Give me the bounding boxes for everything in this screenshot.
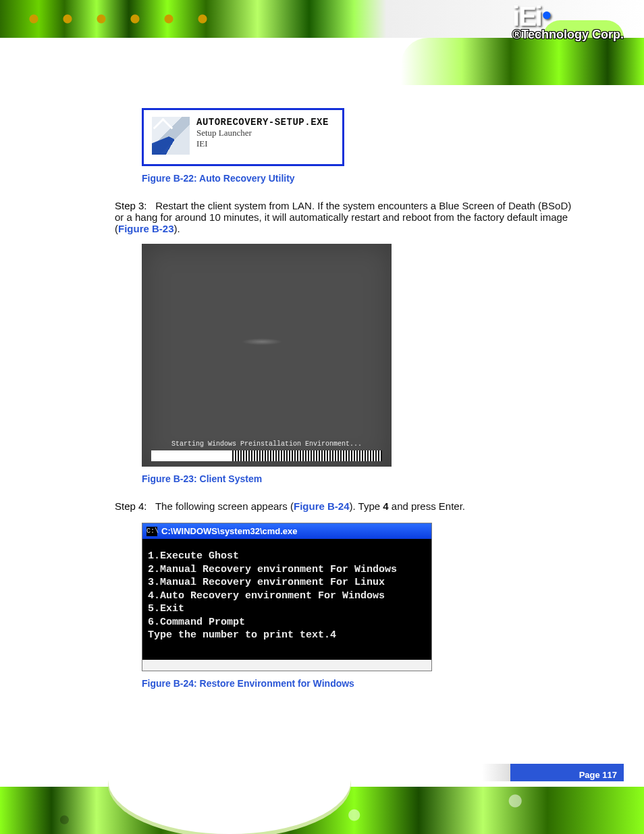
brand-logo: iEi● ®Technology Corp. — [512, 3, 624, 41]
logo-tagline: ®Technology Corp. — [512, 28, 624, 41]
step4-text: The following screen appears (Figure B-2… — [155, 500, 465, 512]
figure2-caption: Figure B-23: Client System — [142, 473, 576, 484]
step4-mid: ). Type — [350, 500, 383, 512]
step4-figure-link: Figure B-24 — [294, 500, 350, 512]
header-banner: iEi● ®Technology Corp. — [0, 0, 644, 88]
cmd-window: C:\ C:\WINDOWS\system32\cmd.exe 1.Execut… — [142, 523, 432, 671]
boot-glare — [242, 338, 282, 345]
step3-body: Restart the client system from LAN. If t… — [115, 200, 571, 223]
step4-number: Step 4: — [115, 500, 153, 512]
boot-status-text: Starting Windows Preinstallation Environ… — [142, 440, 392, 448]
step4-cmd: 4 — [383, 500, 388, 512]
step3-figure-link: Figure B-23 — [118, 223, 174, 234]
step4-pre: The following screen appears ( — [155, 500, 294, 512]
step3-text: Restart the client system from LAN. If t… — [115, 200, 571, 234]
step-3: Step 3: Restart the client system from L… — [115, 200, 576, 234]
footer-banner: Page 117 — [0, 756, 644, 834]
page-number: Page 117 — [579, 770, 617, 780]
cmd-titlebar: C:\ C:\WINDOWS\system32\cmd.exe — [142, 523, 431, 539]
step3-paren-post: ). — [174, 223, 180, 234]
figure3-caption: Figure B-24: Restore Environment for Win… — [142, 678, 576, 689]
step-4: Step 4: The following screen appears (Fi… — [115, 500, 576, 512]
header-curve — [401, 38, 644, 85]
setup-exe-name: AUTORECOVERY-SETUP.EXE — [196, 117, 329, 128]
step3-number: Step 3: — [115, 200, 153, 211]
page-content: AUTORECOVERY-SETUP.EXE Setup Launcher IE… — [0, 95, 644, 705]
boot-screenshot: Starting Windows Preinstallation Environ… — [142, 244, 392, 467]
figure1-caption: Figure B-22: Auto Recovery Utility — [142, 173, 576, 184]
setup-launcher-text: AUTORECOVERY-SETUP.EXE Setup Launcher IE… — [196, 117, 329, 149]
logo-dot-icon: ● — [541, 5, 551, 23]
installer-icon — [152, 117, 190, 155]
cmd-title-icon: C:\ — [146, 527, 157, 536]
cmd-statusbar — [142, 660, 431, 671]
setup-vendor: IEI — [196, 138, 329, 149]
logo-main: iEi — [512, 1, 541, 31]
cmd-title-text: C:\WINDOWS\system32\cmd.exe — [161, 526, 298, 536]
setup-launcher-tile: AUTORECOVERY-SETUP.EXE Setup Launcher IE… — [142, 108, 344, 166]
logo-text: iEi● — [512, 3, 624, 30]
cmd-body: 1.Execute Ghost 2.Manual Recovery enviro… — [142, 539, 431, 660]
setup-subtitle: Setup Launcher — [196, 128, 329, 138]
step4-post: and press Enter. — [389, 500, 465, 512]
boot-progress-bar — [151, 450, 382, 461]
